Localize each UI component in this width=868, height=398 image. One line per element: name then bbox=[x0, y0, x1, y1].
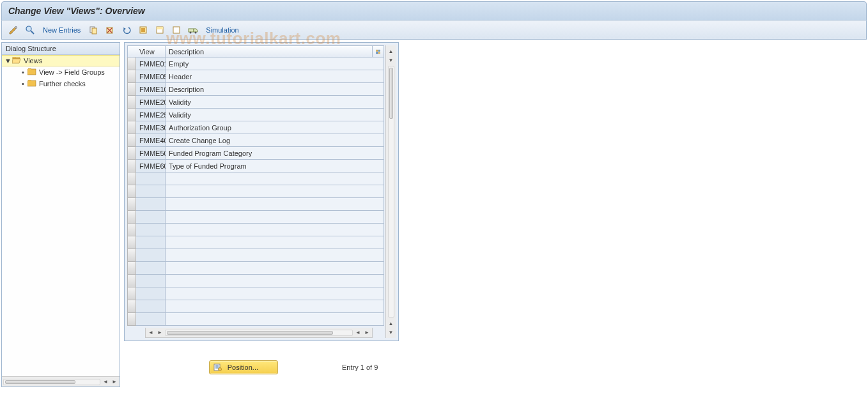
row-selector[interactable] bbox=[127, 96, 136, 109]
table-row[interactable]: FMME10Description bbox=[136, 83, 384, 96]
undo-icon[interactable] bbox=[120, 24, 133, 36]
table-row bbox=[136, 249, 384, 262]
row-selectors bbox=[127, 45, 136, 338]
row-selector[interactable] bbox=[127, 70, 136, 83]
cell-view[interactable]: FMME01 bbox=[136, 57, 166, 70]
row-selector[interactable] bbox=[127, 275, 136, 287]
scroll-up-icon[interactable]: ▲ bbox=[387, 47, 395, 56]
cell-view[interactable]: FMME60 bbox=[136, 160, 166, 172]
table-row bbox=[136, 262, 384, 275]
cell-description[interactable]: Create Change Log bbox=[166, 134, 384, 147]
scroll-down-icon[interactable]: ▼ bbox=[387, 56, 395, 65]
row-selector[interactable] bbox=[127, 198, 136, 211]
scroll-right-icon[interactable]: ► bbox=[156, 329, 164, 337]
transport-icon[interactable] bbox=[187, 24, 199, 36]
title-bar: Change View "Views": Overview bbox=[1, 1, 867, 20]
row-selector[interactable] bbox=[127, 57, 136, 70]
table-row[interactable]: FMME30Authorization Group bbox=[136, 121, 384, 134]
cell-description bbox=[166, 300, 384, 313]
cell-description[interactable]: Authorization Group bbox=[166, 121, 384, 134]
row-selector[interactable] bbox=[127, 109, 136, 121]
tree-item[interactable]: •View -> Field Groups bbox=[2, 66, 120, 78]
cell-view[interactable]: FMME50 bbox=[136, 147, 166, 160]
scroll-left-icon[interactable]: ◄ bbox=[147, 329, 155, 337]
table-row bbox=[136, 172, 384, 185]
table-vscroll[interactable]: ▲ ▼ ▲ ▼ bbox=[385, 45, 396, 338]
cell-view[interactable]: FMME40 bbox=[136, 134, 166, 147]
table-row[interactable]: FMME50Funded Program Category bbox=[136, 147, 384, 160]
cell-view bbox=[136, 198, 166, 211]
cell-description[interactable]: Funded Program Category bbox=[166, 147, 384, 160]
scroll-right-icon[interactable]: ► bbox=[111, 378, 118, 386]
tree-bullet-icon: • bbox=[20, 68, 26, 76]
toggle-change-icon[interactable] bbox=[7, 24, 20, 36]
table-row[interactable]: FMME25Validity bbox=[136, 109, 384, 121]
table-row[interactable]: FMME05Header bbox=[136, 70, 384, 83]
row-selector[interactable] bbox=[127, 249, 136, 262]
row-selector[interactable] bbox=[127, 211, 136, 224]
cell-description[interactable]: Validity bbox=[166, 96, 384, 109]
row-selector[interactable] bbox=[127, 147, 136, 160]
cell-view bbox=[136, 172, 166, 185]
find-icon[interactable] bbox=[24, 24, 36, 36]
row-selector[interactable] bbox=[127, 121, 136, 134]
grid-body: FMME01EmptyFMME05HeaderFMME10Description… bbox=[136, 57, 384, 328]
row-selector[interactable] bbox=[127, 134, 136, 147]
scroll-left-icon[interactable]: ◄ bbox=[354, 329, 362, 337]
row-selector[interactable] bbox=[127, 300, 136, 313]
select-block-icon[interactable] bbox=[153, 24, 166, 36]
toolbar: New Entries Simulation bbox=[1, 20, 867, 40]
cell-view[interactable]: FMME20 bbox=[136, 96, 166, 109]
simulation-button[interactable]: Simulation bbox=[203, 26, 241, 34]
cell-view[interactable]: FMME30 bbox=[136, 121, 166, 134]
cell-view[interactable]: FMME25 bbox=[136, 109, 166, 121]
row-selector[interactable] bbox=[127, 287, 136, 300]
cell-view[interactable]: FMME05 bbox=[136, 70, 166, 83]
tree-item[interactable]: •Further checks bbox=[2, 78, 120, 89]
deselect-all-icon[interactable] bbox=[170, 24, 183, 36]
row-selector[interactable] bbox=[127, 313, 136, 326]
page-title: Change View "Views": Overview bbox=[8, 6, 145, 16]
position-button[interactable]: Position... bbox=[209, 360, 278, 374]
col-header-view[interactable]: View bbox=[136, 45, 166, 57]
row-selector[interactable] bbox=[127, 262, 136, 275]
scroll-down-icon[interactable]: ▼ bbox=[387, 328, 395, 337]
cell-description[interactable]: Type of Funded Program bbox=[166, 160, 384, 172]
delete-icon[interactable] bbox=[104, 24, 116, 36]
tree-item[interactable]: ▼Views bbox=[2, 55, 120, 66]
row-selector[interactable] bbox=[127, 160, 136, 172]
table-row[interactable]: FMME40Create Change Log bbox=[136, 134, 384, 147]
scroll-up-icon[interactable]: ▲ bbox=[387, 319, 395, 328]
cell-description bbox=[166, 313, 384, 326]
svg-rect-17 bbox=[376, 52, 378, 53]
row-selector[interactable] bbox=[127, 83, 136, 96]
new-entries-button[interactable]: New Entries bbox=[40, 26, 83, 34]
cell-description bbox=[166, 287, 384, 300]
select-all-icon[interactable] bbox=[137, 24, 150, 36]
table-config-icon[interactable] bbox=[373, 45, 384, 57]
cell-view[interactable]: FMME10 bbox=[136, 83, 166, 96]
table-row bbox=[136, 236, 384, 249]
folder-icon bbox=[27, 68, 36, 76]
row-selector[interactable] bbox=[127, 185, 136, 198]
col-header-description[interactable]: Description bbox=[166, 45, 373, 57]
table-hscroll[interactable]: ◄ ► ◄ ► bbox=[145, 328, 373, 338]
tree-toggle-icon[interactable]: ▼ bbox=[4, 57, 11, 65]
table-row[interactable]: FMME60Type of Funded Program bbox=[136, 160, 384, 172]
table-row bbox=[136, 275, 384, 287]
copy-icon[interactable] bbox=[87, 24, 100, 36]
dialog-hscroll[interactable]: ◄ ► bbox=[2, 376, 120, 387]
cell-description[interactable]: Empty bbox=[166, 57, 384, 70]
cell-description bbox=[166, 198, 384, 211]
cell-description[interactable]: Validity bbox=[166, 109, 384, 121]
row-selector[interactable] bbox=[127, 224, 136, 236]
cell-description bbox=[166, 185, 384, 198]
table-row[interactable]: FMME20Validity bbox=[136, 96, 384, 109]
cell-description[interactable]: Header bbox=[166, 70, 384, 83]
row-selector[interactable] bbox=[127, 236, 136, 249]
cell-description[interactable]: Description bbox=[166, 83, 384, 96]
scroll-right-icon[interactable]: ► bbox=[363, 329, 371, 337]
table-row[interactable]: FMME01Empty bbox=[136, 57, 384, 70]
row-selector[interactable] bbox=[127, 172, 136, 185]
scroll-left-icon[interactable]: ◄ bbox=[102, 378, 109, 386]
